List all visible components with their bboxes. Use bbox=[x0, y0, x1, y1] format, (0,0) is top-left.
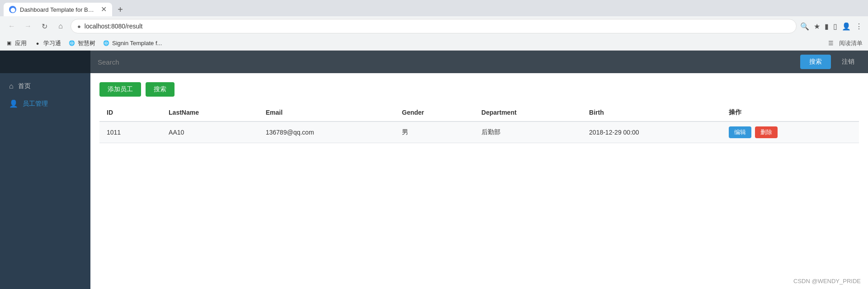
sidebar-item-home-label: 首页 bbox=[18, 82, 31, 90]
reading-list-label: 阅读清单 bbox=[839, 39, 863, 47]
bookmark-zhihuishu[interactable]: 🌐 智慧树 bbox=[68, 39, 95, 47]
zoom-icon[interactable]: 🔍 bbox=[800, 22, 809, 31]
back-button[interactable]: ← bbox=[5, 20, 18, 33]
bookmarks-bar: ▣ 应用 ● 学习通 🌐 智慧树 🌐 Signin Template f... … bbox=[0, 36, 868, 51]
employee-table: ID LastName Email Gender Department Birt… bbox=[99, 104, 859, 143]
cell-actions: 编辑 删除 bbox=[722, 121, 859, 143]
col-id: ID bbox=[99, 104, 161, 121]
tab-title: Dashboard Template for Boots bbox=[20, 6, 97, 13]
search-button[interactable]: 搜索 bbox=[800, 55, 831, 69]
sidebar-nav: ⌂ 首页 👤 员工管理 bbox=[0, 73, 90, 117]
col-actions: 操作 bbox=[722, 104, 859, 121]
sidebar-item-employee-label: 员工管理 bbox=[23, 100, 48, 108]
employee-nav-icon: 👤 bbox=[9, 99, 18, 108]
profile-icon[interactable]: 👤 bbox=[842, 22, 851, 31]
reload-button[interactable]: ↻ bbox=[38, 20, 51, 33]
edit-button[interactable]: 编辑 bbox=[729, 126, 751, 138]
cancel-button[interactable]: 注销 bbox=[835, 55, 861, 69]
extension-icon[interactable]: ▮ bbox=[825, 22, 829, 31]
tab-favicon: ⬤ bbox=[9, 6, 16, 13]
delete-button[interactable]: 删除 bbox=[755, 126, 778, 138]
lock-icon: ● bbox=[77, 23, 81, 30]
browser-tab[interactable]: ⬤ Dashboard Template for Boots ✕ bbox=[4, 3, 112, 16]
reading-list-icon: ☰ bbox=[828, 40, 834, 47]
new-tab-button[interactable]: + bbox=[114, 3, 127, 16]
top-search-bar: 搜索 注销 bbox=[90, 51, 868, 73]
sidebar-item-home[interactable]: ⌂ 首页 bbox=[0, 78, 90, 95]
bookmark-star-icon[interactable]: ★ bbox=[814, 22, 820, 31]
col-birth: Birth bbox=[582, 104, 722, 121]
table-row: 1011 AA10 136789@qq.com 男 后勤部 2018-12-29… bbox=[99, 121, 859, 143]
sidebar-item-employee[interactable]: 👤 员工管理 bbox=[0, 95, 90, 112]
reading-list[interactable]: ☰ 阅读清单 bbox=[828, 39, 863, 47]
browser-chrome: ⬤ Dashboard Template for Boots ✕ + ← → ↻… bbox=[0, 0, 868, 51]
action-buttons: 添加员工 搜索 bbox=[99, 82, 859, 97]
sidebar: ⌂ 首页 👤 员工管理 bbox=[0, 51, 90, 289]
main-content: 搜索 注销 添加员工 搜索 ID LastName Email Gender D… bbox=[90, 51, 868, 289]
cell-gender: 男 bbox=[395, 121, 474, 143]
cell-id: 1011 bbox=[99, 121, 161, 143]
col-gender: Gender bbox=[395, 104, 474, 121]
cell-lastname: AA10 bbox=[161, 121, 259, 143]
bookmark-xuexitong[interactable]: ● 学习通 bbox=[34, 39, 61, 47]
search-employee-button[interactable]: 搜索 bbox=[146, 82, 175, 97]
browser-controls: ← → ↻ ⌂ ● localhost:8080/result 🔍 ★ ▮ ▯ … bbox=[0, 16, 868, 36]
cell-department: 后勤部 bbox=[474, 121, 582, 143]
col-lastname: LastName bbox=[161, 104, 259, 121]
bookmark-apps-label: 应用 bbox=[15, 39, 27, 47]
bookmark-signin-label: Signin Template f... bbox=[112, 40, 162, 47]
bookmark-signin[interactable]: 🌐 Signin Template f... bbox=[103, 40, 162, 47]
col-email: Email bbox=[259, 104, 395, 121]
table-header-row: ID LastName Email Gender Department Birt… bbox=[99, 104, 859, 121]
app-wrapper: ⌂ 首页 👤 员工管理 搜索 注销 添加员工 搜索 bbox=[0, 51, 868, 289]
menu-icon[interactable]: ⋮ bbox=[855, 22, 863, 31]
cell-email: 136789@qq.com bbox=[259, 121, 395, 143]
col-department: Department bbox=[474, 104, 582, 121]
bookmark-xuexitong-label: 学习通 bbox=[43, 39, 61, 47]
add-employee-button[interactable]: 添加员工 bbox=[99, 82, 141, 97]
apps-icon: ▣ bbox=[5, 40, 13, 47]
browser-right-icons: 🔍 ★ ▮ ▯ 👤 ⋮ bbox=[800, 22, 863, 31]
home-nav-icon: ⌂ bbox=[9, 82, 14, 90]
home-button[interactable]: ⌂ bbox=[54, 20, 67, 33]
content-area: 添加员工 搜索 ID LastName Email Gender Departm… bbox=[90, 73, 868, 289]
cell-birth: 2018-12-29 00:00 bbox=[582, 121, 722, 143]
extensions-icon[interactable]: ▯ bbox=[833, 22, 837, 31]
zhihuishu-icon: 🌐 bbox=[68, 40, 75, 47]
tab-close-icon[interactable]: ✕ bbox=[101, 6, 107, 13]
sidebar-header bbox=[0, 51, 90, 73]
forward-button[interactable]: → bbox=[22, 20, 34, 33]
address-bar[interactable]: ● localhost:8080/result bbox=[71, 19, 797, 33]
search-input[interactable] bbox=[98, 58, 796, 66]
url-text: localhost:8080/result bbox=[85, 23, 142, 30]
bookmark-zhihuishu-label: 智慧树 bbox=[78, 39, 95, 47]
browser-tab-bar: ⬤ Dashboard Template for Boots ✕ + bbox=[0, 0, 868, 16]
bookmark-apps[interactable]: ▣ 应用 bbox=[5, 39, 27, 47]
signin-icon: 🌐 bbox=[103, 40, 110, 47]
xuexitong-icon: ● bbox=[34, 40, 41, 47]
